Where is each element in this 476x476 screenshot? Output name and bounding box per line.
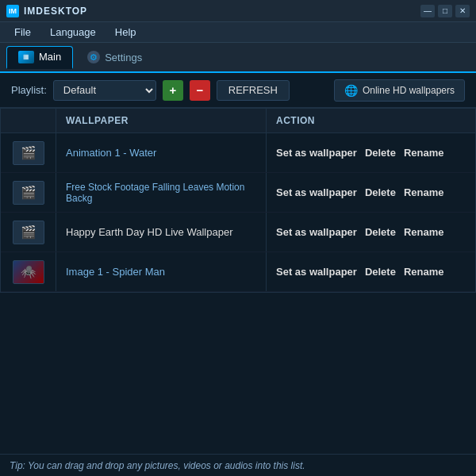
set-wallpaper-1[interactable]: Set as wallpaper bbox=[276, 147, 357, 159]
wallpaper-table: WALLPAPER ACTION 🎬 Animation 1 - Water S… bbox=[0, 108, 476, 293]
tab-main[interactable]: ▦ Main bbox=[6, 46, 73, 69]
wallpaper-name-2: Free Stock Footage Falling Leaves Motion… bbox=[66, 182, 256, 204]
delete-3[interactable]: Delete bbox=[365, 226, 396, 238]
action-cell-4: Set as wallpaper Delete Rename bbox=[267, 252, 475, 291]
title-bar-left: IM IMDESKTOP bbox=[6, 5, 87, 17]
menu-help[interactable]: Help bbox=[107, 24, 144, 40]
wallpaper-name-1: Animation 1 - Water bbox=[66, 147, 156, 159]
rename-3[interactable]: Rename bbox=[404, 226, 444, 238]
remove-playlist-button[interactable]: − bbox=[190, 80, 210, 101]
table-row: 🎬 Free Stock Footage Falling Leaves Moti… bbox=[1, 173, 475, 213]
thumb-cell-3: 🎬 bbox=[1, 213, 56, 251]
playlist-label: Playlist: bbox=[11, 84, 47, 96]
wallpaper-name-4: Image 1 - Spider Man bbox=[66, 266, 165, 278]
rename-2[interactable]: Rename bbox=[404, 186, 444, 198]
action-cell-2: Set as wallpaper Delete Rename bbox=[267, 173, 475, 212]
action-cell-1: Set as wallpaper Delete Rename bbox=[267, 133, 475, 172]
col-header-thumb bbox=[1, 109, 56, 132]
menu-file[interactable]: File bbox=[6, 24, 39, 40]
table-header: WALLPAPER ACTION bbox=[1, 109, 475, 133]
playlist-dropdown[interactable]: Default bbox=[53, 80, 156, 101]
wallpaper-name-3: Happy Earth Day HD Live Wallpaper bbox=[66, 226, 233, 238]
col-header-wallpaper: WALLPAPER bbox=[56, 109, 267, 132]
table-row: 🕷️ Image 1 - Spider Man Set as wallpaper… bbox=[1, 252, 475, 292]
add-playlist-button[interactable]: + bbox=[163, 80, 183, 101]
toolbar: Playlist: Default + − REFRESH 🌐 Online H… bbox=[0, 73, 476, 108]
status-tip: Tip: You can drag and drop any pictures,… bbox=[10, 460, 305, 471]
app-icon: IM bbox=[6, 5, 19, 17]
refresh-button[interactable]: REFRESH bbox=[217, 80, 290, 101]
content-area: WALLPAPER ACTION 🎬 Animation 1 - Water S… bbox=[0, 108, 476, 454]
file-icon-3: 🎬 bbox=[21, 225, 36, 240]
tab-bar: ▦ Main ⚙ Settings bbox=[0, 43, 476, 73]
thumb-cell-1: 🎬 bbox=[1, 133, 56, 172]
delete-4[interactable]: Delete bbox=[365, 266, 396, 278]
thumb-icon-1: 🎬 bbox=[13, 141, 44, 165]
table-row: 🎬 Animation 1 - Water Set as wallpaper D… bbox=[1, 133, 475, 173]
name-cell-4: Image 1 - Spider Man bbox=[56, 252, 267, 291]
menu-bar: File Language Help bbox=[0, 22, 476, 43]
thumb-icon-2: 🎬 bbox=[13, 181, 44, 205]
action-cell-3: Set as wallpaper Delete Rename bbox=[267, 213, 475, 251]
title-controls: — □ ✕ bbox=[420, 5, 470, 17]
tab-settings[interactable]: ⚙ Settings bbox=[76, 47, 153, 67]
close-button[interactable]: ✕ bbox=[455, 5, 470, 17]
set-wallpaper-4[interactable]: Set as wallpaper bbox=[276, 266, 357, 278]
settings-tab-icon: ⚙ bbox=[87, 51, 100, 63]
delete-2[interactable]: Delete bbox=[365, 186, 396, 198]
name-cell-3: Happy Earth Day HD Live Wallpaper bbox=[56, 213, 267, 251]
status-bar: Tip: You can drag and drop any pictures,… bbox=[0, 454, 476, 476]
set-wallpaper-2[interactable]: Set as wallpaper bbox=[276, 186, 357, 198]
globe-icon: 🌐 bbox=[344, 84, 358, 97]
thumb-cell-4: 🕷️ bbox=[1, 252, 56, 291]
spider-icon: 🕷️ bbox=[21, 264, 36, 279]
col-header-action: ACTION bbox=[267, 109, 475, 132]
thumb-icon-3: 🎬 bbox=[13, 221, 44, 244]
app-title: IMDESKTOP bbox=[24, 6, 87, 17]
online-btn-label: Online HD wallpapers bbox=[363, 85, 455, 96]
spider-thumb: 🕷️ bbox=[13, 260, 44, 284]
tab-settings-label: Settings bbox=[105, 52, 142, 63]
online-wallpapers-button[interactable]: 🌐 Online HD wallpapers bbox=[334, 79, 465, 102]
tab-main-label: Main bbox=[39, 51, 61, 63]
file-icon-2: 🎬 bbox=[21, 185, 36, 200]
file-icon-1: 🎬 bbox=[21, 145, 36, 160]
delete-1[interactable]: Delete bbox=[365, 147, 396, 159]
rename-4[interactable]: Rename bbox=[404, 266, 444, 278]
table-row: 🎬 Happy Earth Day HD Live Wallpaper Set … bbox=[1, 213, 475, 252]
maximize-button[interactable]: □ bbox=[438, 5, 452, 17]
name-cell-1: Animation 1 - Water bbox=[56, 133, 267, 172]
name-cell-2: Free Stock Footage Falling Leaves Motion… bbox=[56, 173, 267, 212]
menu-language[interactable]: Language bbox=[42, 24, 104, 40]
title-bar: IM IMDESKTOP — □ ✕ bbox=[0, 0, 476, 22]
minimize-button[interactable]: — bbox=[420, 5, 435, 17]
main-tab-icon: ▦ bbox=[18, 51, 34, 63]
set-wallpaper-3[interactable]: Set as wallpaper bbox=[276, 226, 357, 238]
rename-1[interactable]: Rename bbox=[404, 147, 444, 159]
thumb-cell-2: 🎬 bbox=[1, 173, 56, 212]
